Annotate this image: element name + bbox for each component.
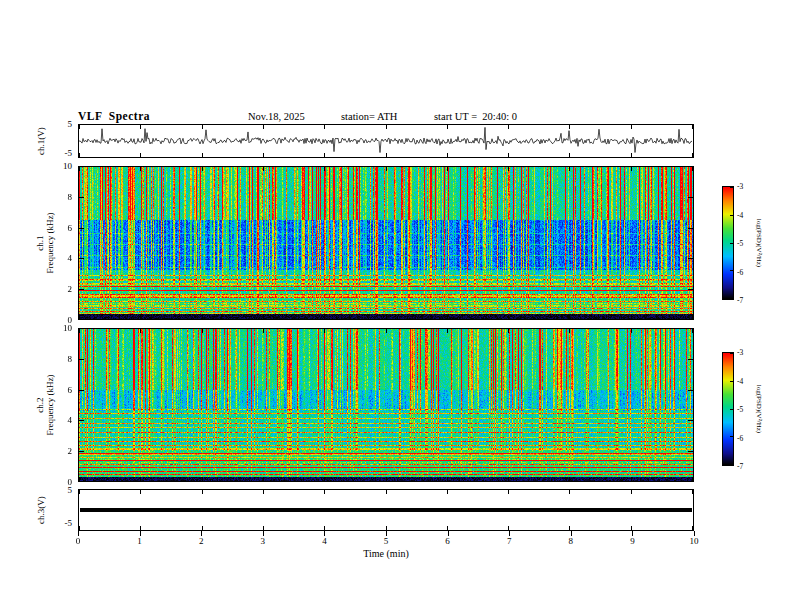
x-tick-label: 6 — [439, 536, 457, 546]
colorbar1 — [722, 186, 734, 300]
x-tick-label: 9 — [623, 536, 641, 546]
plot-station: station= ATH — [341, 111, 397, 122]
ch1-spectrogram-y-tick-label: 10 — [54, 161, 72, 171]
colorbar1-tick-label: -7 — [737, 296, 743, 305]
ch2-spectrogram-channel-label: ch.2 — [35, 374, 45, 435]
colorbar1-tick-label: -5 — [737, 239, 743, 248]
x-tick-label: 7 — [500, 536, 518, 546]
x-tick-label: 3 — [254, 536, 272, 546]
ch1-spectrogram-canvas — [79, 167, 693, 319]
ch3-waveform-ymin-label: -5 — [54, 518, 72, 528]
x-tick-label: 4 — [315, 536, 333, 546]
colorbar2-tick-label: -3 — [737, 348, 743, 357]
ch3-waveform-axis-label: ch.3(V) — [28, 489, 54, 531]
colorbar1-tick-label: -6 — [737, 268, 743, 277]
colorbar2-tick-label: -7 — [737, 462, 743, 471]
ch2-spectrogram-axis-label: ch.2 Frequency (kHz) — [30, 328, 60, 482]
x-tick-label: 2 — [192, 536, 210, 546]
ch2-spectrogram-y-tick-label: 10 — [54, 323, 72, 333]
x-tick-label: 5 — [377, 536, 395, 546]
ch2-spectrogram-y-tick-label: 6 — [54, 385, 72, 395]
colorbar1-tick-label: -3 — [737, 182, 743, 191]
ch1-spectrogram-y-tick-label: 6 — [54, 223, 72, 233]
ch2-spectrogram-y-tick-label: 8 — [54, 354, 72, 364]
ch2-spectrogram-y-tick-label: 4 — [54, 415, 72, 425]
colorbar2-tick-label: -6 — [737, 434, 743, 443]
ch1-spectrogram-panel — [78, 166, 694, 320]
ch2-spectrogram-y-tick-label: 0 — [54, 477, 72, 487]
x-tick-label: 8 — [562, 536, 580, 546]
ch2-spectrogram-canvas — [79, 329, 693, 481]
vlf-spectra-figure: VLF Spectra Nov.18, 2025 station= ATH st… — [0, 0, 792, 612]
ch1-spectrogram-freq-label: Frequency (kHz) — [45, 212, 55, 273]
ch1-waveform-axis-label: ch.1(V) — [28, 124, 54, 158]
ch1-spectrogram-y-tick-label: 2 — [54, 284, 72, 294]
plot-title: VLF Spectra — [78, 110, 150, 122]
x-tick-label: 0 — [69, 536, 87, 546]
ch1-waveform-ymax-label: 5 — [54, 119, 72, 129]
ch1-spectrogram-y-tick-label: 8 — [54, 192, 72, 202]
colorbar1-canvas — [723, 187, 733, 299]
x-axis-title: Time (min) — [78, 548, 694, 559]
ch3-waveform-canvas — [79, 490, 693, 530]
plot-start-ut: start UT = 20:40: 0 — [434, 111, 517, 122]
colorbar1-label: log(PSD)(V²/Hz) — [752, 186, 766, 300]
colorbar2 — [722, 352, 734, 466]
ch1-spectrogram-channel-label: ch.1 — [35, 212, 45, 273]
colorbar2-tick-label: -5 — [737, 405, 743, 414]
ch1-waveform-canvas — [79, 125, 693, 157]
colorbar2-label: log(PSD)(V²/Hz) — [752, 352, 766, 466]
plot-date: Nov.18, 2025 — [248, 111, 305, 122]
colorbar2-canvas — [723, 353, 733, 465]
ch3-waveform-panel — [78, 489, 694, 531]
ch1-waveform-panel — [78, 124, 694, 158]
colorbar2-tick-label: -4 — [737, 377, 743, 386]
x-tick-label: 1 — [131, 536, 149, 546]
ch1-spectrogram-y-tick-label: 4 — [54, 253, 72, 263]
ch1-waveform-ymin-label: -5 — [54, 148, 72, 158]
ch2-spectrogram-y-tick-label: 2 — [54, 446, 72, 456]
colorbar1-tick-label: -4 — [737, 211, 743, 220]
x-tick-label: 10 — [685, 536, 703, 546]
ch2-spectrogram-panel — [78, 328, 694, 482]
ch2-spectrogram-freq-label: Frequency (kHz) — [45, 374, 55, 435]
ch1-spectrogram-axis-label: ch.1 Frequency (kHz) — [30, 166, 60, 320]
